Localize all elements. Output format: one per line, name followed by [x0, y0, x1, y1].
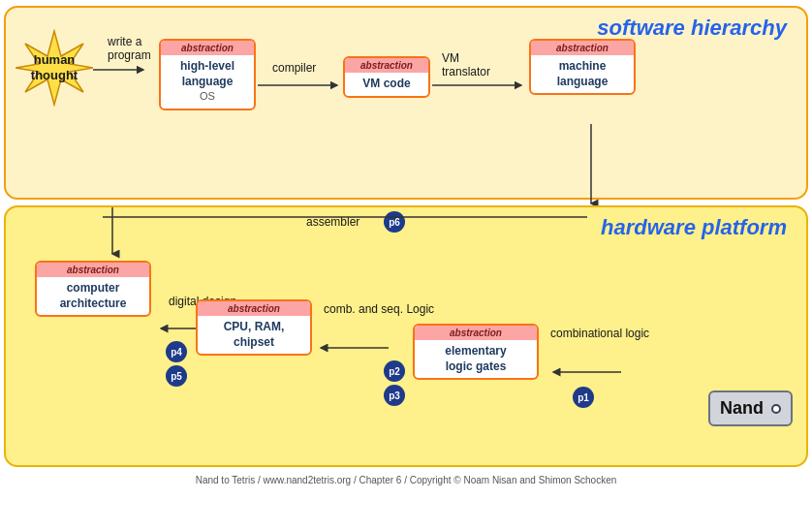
vm-code-box: abstraction VM code	[343, 56, 430, 98]
ml-content: machinelanguage	[551, 55, 614, 93]
badge-p4: p4	[166, 341, 187, 362]
badge-p5: p5	[166, 365, 187, 387]
nand-label: Nand	[720, 398, 764, 419]
badge-p1: p1	[573, 387, 594, 408]
nand-circle-icon	[771, 404, 781, 414]
comb-seq-label: comb. and seq. Logic	[324, 302, 434, 316]
hardware-platform-box: hardware platform assembler p6 abstracti…	[4, 205, 808, 467]
machine-lang-box: abstraction machinelanguage	[529, 39, 636, 95]
hardware-title: hardware platform	[601, 215, 787, 240]
arrow-ml-down	[581, 124, 601, 211]
abstr-label-elg: abstraction	[415, 326, 537, 340]
human-thought-shape: humanthought	[16, 29, 93, 107]
elg-content: elementarylogic gates	[439, 340, 512, 378]
arrow-assembler-to-ca	[103, 207, 122, 261]
ca-content: computerarchitecture	[54, 277, 133, 315]
combinational-logic-label: combinational logic	[550, 327, 649, 342]
vm-content: VM code	[357, 73, 416, 96]
arrow-hl-to-vm	[258, 76, 345, 95]
badge-p2: p2	[384, 360, 405, 382]
badge-p3: p3	[384, 385, 405, 406]
software-hierarchy-box: software hierarchy humanthought write ap…	[4, 6, 808, 200]
abstr-label-ml: abstraction	[531, 41, 634, 55]
compiler-label: compiler	[272, 61, 316, 75]
vm-translator-label: VMtranslator	[442, 51, 490, 78]
high-level-box: abstraction high-levellanguageOS	[159, 39, 256, 110]
cpu-ram-box: abstraction CPU, RAM,chipset	[196, 299, 312, 356]
cpu-content: CPU, RAM,chipset	[218, 316, 291, 354]
human-thought-label: humanthought	[25, 52, 83, 82]
elem-logic-box: abstraction elementarylogic gates	[413, 324, 539, 380]
hl-content: high-levellanguageOS	[174, 55, 240, 109]
write-program-label: write aprogram	[108, 35, 151, 62]
assembler-label: assembler	[306, 215, 359, 229]
arrow-vm-to-ml	[432, 76, 529, 95]
arrow-ht-to-hl	[93, 60, 151, 79]
badge-p6: p6	[384, 211, 405, 233]
software-title: software hierarchy	[597, 16, 787, 41]
arrow-nand-to-elg	[548, 362, 626, 382]
arrow-elg-to-cpu	[316, 338, 393, 358]
abstr-label-ca: abstraction	[37, 263, 149, 277]
abstr-label-hl: abstraction	[161, 41, 254, 55]
abstr-label-cpu: abstraction	[198, 301, 310, 316]
computer-arch-box: abstraction computerarchitecture	[35, 261, 151, 317]
nand-gate-box: Nand	[708, 390, 793, 426]
footer-text: Nand to Tetris / www.nand2tetris.org / C…	[4, 473, 808, 487]
abstr-label-vm: abstraction	[345, 58, 428, 73]
